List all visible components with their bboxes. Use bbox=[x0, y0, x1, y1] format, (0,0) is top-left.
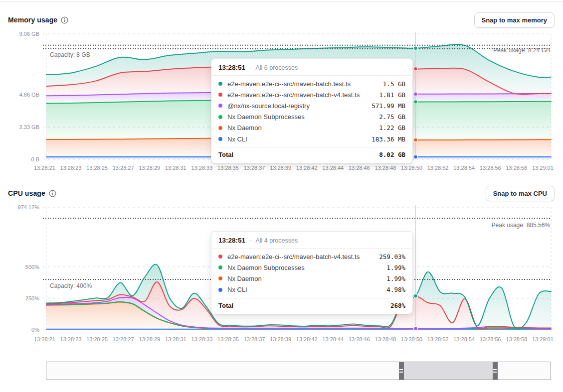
x-tick-label: 13:28:23 bbox=[60, 165, 82, 172]
series-color-dot bbox=[218, 265, 222, 269]
x-tick-label: 13:28:21 bbox=[34, 336, 55, 344]
brush-selection[interactable] bbox=[399, 362, 498, 380]
drag-grip-icon bbox=[399, 369, 403, 373]
x-tick-label: 13:29:01 bbox=[532, 165, 554, 172]
y-tick-label: 9.06 GB bbox=[0, 30, 39, 37]
crosshair-dot bbox=[413, 92, 417, 96]
series-value: 1.22 GB bbox=[379, 124, 405, 131]
tooltip-row: Nx Daemon1.99% bbox=[211, 273, 412, 284]
series-color-dot bbox=[218, 115, 222, 119]
x-tick-label: 13:28:39 bbox=[270, 336, 291, 344]
x-tick-label: 13:28:56 bbox=[480, 336, 501, 344]
series-label: e2e-maven:e2e-ci--src/maven-batch-v4.tes… bbox=[227, 91, 373, 99]
x-tick-label: 13:28:31 bbox=[165, 336, 187, 344]
tooltip-separator: · bbox=[249, 64, 251, 71]
series-color-dot bbox=[218, 276, 222, 280]
x-tick-label: 13:28:35 bbox=[217, 336, 239, 344]
series-value: 4.98% bbox=[386, 286, 405, 293]
x-tick-label: 13:28:35 bbox=[217, 165, 239, 172]
info-icon[interactable] bbox=[49, 190, 56, 197]
tooltip-header: 13:28:51 · All 6 processes bbox=[211, 59, 412, 76]
series-color-dot bbox=[218, 288, 222, 292]
timeline-brush[interactable] bbox=[46, 362, 551, 380]
x-tick-label: 13:28:31 bbox=[165, 165, 187, 172]
series-label: e2e-maven:e2e-ci--src/maven-batch.test.t… bbox=[227, 80, 377, 88]
series-value: 1.5 GB bbox=[383, 80, 405, 88]
series-color-dot bbox=[218, 93, 222, 97]
x-tick-label: 13:28:33 bbox=[191, 165, 212, 172]
brush-handle-right[interactable] bbox=[493, 362, 498, 380]
y-tick-label: 4.66 GB bbox=[0, 91, 39, 98]
snap-to-max-memory-button[interactable]: Snap to max memory bbox=[474, 12, 555, 28]
memory-capacity-label: Capacity: 8 GB bbox=[50, 51, 90, 58]
series-color-dot bbox=[218, 255, 222, 259]
snap-to-max-cpu-button[interactable]: Snap to max CPU bbox=[486, 186, 555, 201]
x-tick-label: 13:28:21 bbox=[34, 165, 55, 172]
x-tick-label: 13:28:50 bbox=[401, 165, 422, 172]
x-tick-label: 13:28:37 bbox=[244, 336, 265, 344]
crosshair-dot bbox=[413, 294, 417, 298]
tooltip-subtitle: All 6 processes bbox=[255, 64, 298, 71]
tooltip-subtitle: All 4 processes bbox=[255, 237, 298, 244]
x-tick-label: 13:28:42 bbox=[296, 336, 318, 344]
brush-handle-left[interactable] bbox=[399, 362, 404, 380]
tooltip-row: e2e-maven:e2e-ci--src/maven-batch-v4.tes… bbox=[211, 251, 412, 262]
info-icon[interactable] bbox=[61, 16, 68, 24]
y-tick-label: 0 B bbox=[0, 156, 39, 163]
memory-tooltip: 13:28:51 · All 6 processes e2e-maven:e2e… bbox=[211, 58, 413, 163]
memory-section-header: Memory usage Snap to max memory bbox=[0, 11, 563, 29]
tooltip-row: Nx Daemon1.22 GB bbox=[211, 123, 412, 133]
x-tick-label: 13:28:46 bbox=[349, 165, 370, 172]
series-value: 1.99% bbox=[386, 264, 405, 271]
tooltip-header: 13:28:51 · All 4 processes bbox=[211, 232, 412, 249]
top-divider bbox=[0, 1, 563, 2]
series-value: 183.36 MB bbox=[372, 135, 405, 143]
tooltip-row: @nx/nx-source:local-registry571.99 MB bbox=[211, 100, 412, 111]
crosshair-dot bbox=[413, 155, 417, 159]
series-label: Nx CLI bbox=[227, 135, 366, 143]
memory-title: Memory usage bbox=[8, 16, 57, 24]
x-tick-label: 13:28:27 bbox=[113, 165, 134, 172]
series-color-dot bbox=[218, 126, 222, 130]
tooltip-total-value: 268% bbox=[390, 302, 405, 309]
x-tick-label: 13:28:46 bbox=[349, 336, 370, 344]
x-tick-label: 13:28:39 bbox=[270, 165, 291, 172]
tooltip-total-row: Total 268% bbox=[218, 298, 405, 314]
series-label: e2e-maven:e2e-ci--src/maven-batch-v4.tes… bbox=[227, 253, 373, 261]
series-label: Nx Daemon bbox=[227, 124, 373, 131]
cpu-capacity-label: Capacity: 400% bbox=[50, 282, 92, 289]
x-tick-label: 13:28:25 bbox=[86, 336, 108, 344]
series-value: 571.99 MB bbox=[372, 102, 405, 110]
cpu-section-header: CPU usage Snap to max CPU bbox=[0, 184, 563, 202]
tooltip-row: Nx CLI4.98% bbox=[211, 284, 412, 295]
tooltip-row: e2e-maven:e2e-ci--src/maven-batch.test.t… bbox=[211, 78, 412, 89]
process-monitor-page: Memory usage Snap to max memory 9.06 GB … bbox=[0, 0, 563, 392]
tooltip-row: e2e-maven:e2e-ci--src/maven-batch-v4.tes… bbox=[211, 89, 412, 100]
x-tick-label: 13:28:37 bbox=[244, 165, 265, 172]
x-tick-label: 13:29:01 bbox=[532, 336, 554, 344]
x-tick-label: 13:28:44 bbox=[322, 336, 344, 344]
tooltip-row: Nx Daemon Subprocesses1.99% bbox=[211, 262, 412, 273]
x-tick-label: 13:28:25 bbox=[86, 165, 108, 172]
cpu-x-axis: 13:28:2113:28:2313:28:2513:28:2713:28:29… bbox=[34, 336, 554, 344]
y-tick-label: 974.12% bbox=[0, 204, 39, 211]
tooltip-row: Nx CLI183.36 MB bbox=[211, 133, 412, 144]
crosshair-dot bbox=[413, 46, 417, 50]
x-tick-label: 13:28:29 bbox=[139, 336, 160, 344]
cpu-peak-label: Peak usage: 885.56% bbox=[492, 222, 550, 229]
series-value: 1.99% bbox=[386, 275, 405, 282]
crosshair-dot bbox=[413, 100, 417, 104]
memory-chart: 9.06 GB 4.66 GB 2.33 GB 0 B Capacity: 8 … bbox=[0, 30, 563, 162]
x-tick-label: 13:28:42 bbox=[296, 165, 318, 172]
series-value: 2.75 GB bbox=[379, 113, 405, 121]
cpu-chart: 974.12% 500% 250% 0% Capacity: 400% Peak… bbox=[0, 203, 563, 334]
x-tick-label: 13:28:48 bbox=[375, 336, 396, 344]
x-tick-label: 13:28:33 bbox=[191, 336, 212, 344]
x-tick-label: 13:28:58 bbox=[506, 165, 527, 172]
tooltip-total-label: Total bbox=[218, 302, 233, 309]
series-label: Nx CLI bbox=[227, 286, 380, 293]
series-color-dot bbox=[218, 104, 222, 108]
x-tick-label: 13:28:48 bbox=[375, 165, 396, 172]
cpu-title: CPU usage bbox=[8, 189, 45, 197]
series-label: Nx Daemon Subprocesses bbox=[227, 113, 373, 121]
